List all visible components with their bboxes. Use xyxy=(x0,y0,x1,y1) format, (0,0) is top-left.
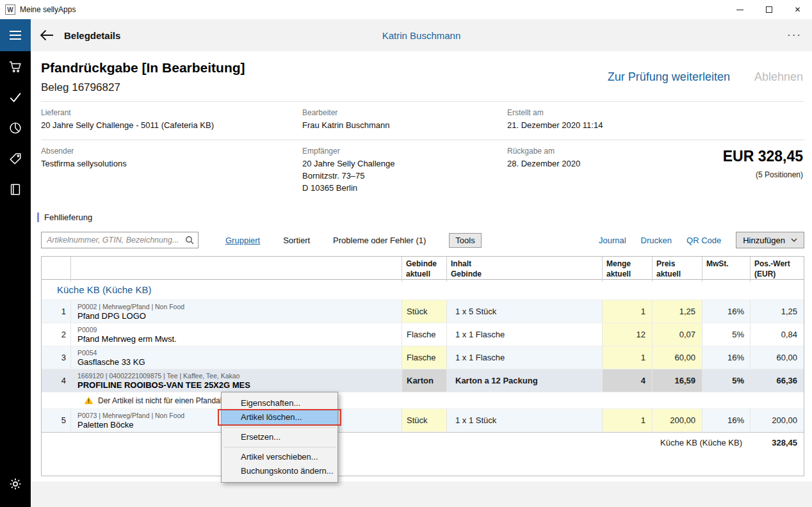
hamburger-menu-button[interactable] xyxy=(0,19,31,51)
inhalt-cell: 1 x 1 Flasche xyxy=(447,323,603,346)
total-amount: EUR 328,45 xyxy=(723,148,803,165)
group-footer-total: 328,45 xyxy=(751,433,804,453)
row-description: P0054 Gasflasche 33 KG xyxy=(71,346,402,369)
row-description: 1669120 | 04002221009875 | Tee | Kaffee,… xyxy=(71,369,402,392)
menge-cell[interactable]: 1 xyxy=(603,409,653,431)
maximize-icon xyxy=(766,6,772,13)
col-menge: Menge aktuell xyxy=(603,257,653,282)
field-empfaenger: Empfänger 20 Jahre Selly Challenge Borni… xyxy=(302,147,507,205)
tag-accent-bar xyxy=(37,213,39,222)
col-inhalt: Inhalt Gebinde xyxy=(447,257,603,282)
table-row-selected[interactable]: 4 1669120 | 04002221009875 | Tee | Kaffe… xyxy=(42,369,804,392)
menu-item-artikel-verschieben[interactable]: Artikel verschieben... xyxy=(222,450,337,464)
journal-link[interactable]: Journal xyxy=(599,236,626,245)
window-controls: ✕ xyxy=(726,0,812,19)
row-number: 1 xyxy=(42,300,71,323)
bottom-strip xyxy=(31,481,812,507)
sidebar-item-cart[interactable] xyxy=(0,51,31,82)
close-button[interactable]: ✕ xyxy=(783,0,812,19)
menu-separator xyxy=(223,427,336,428)
field-lieferant: Lieferant 20 Jahre Selly Challenge - 501… xyxy=(41,108,302,140)
menu-item-buchungskonto-aendern[interactable]: Buchungskonto ändern... xyxy=(222,464,337,478)
preis-cell[interactable]: 0,07 xyxy=(653,323,702,346)
search-box xyxy=(41,232,199,248)
pos-wert-cell: 66,36 xyxy=(751,369,804,392)
menge-cell[interactable]: 1 xyxy=(603,300,653,323)
preis-cell[interactable]: 60,00 xyxy=(653,346,702,369)
preis-cell[interactable]: 200,00 xyxy=(653,409,702,431)
context-menu: Eigenschaften... Artikel löschen... Erse… xyxy=(221,392,338,483)
menu-separator xyxy=(223,447,336,447)
pie-chart-icon xyxy=(8,121,22,135)
mwst-cell: 16% xyxy=(702,409,751,431)
inhalt-cell: 1 x 1 Stück xyxy=(447,409,603,431)
article-code: P0054 xyxy=(77,349,97,357)
col-mwst: MwSt. xyxy=(702,257,751,282)
menu-item-eigenschaften[interactable]: Eigenschaften... xyxy=(222,396,337,410)
app-logo-icon: W xyxy=(5,4,15,15)
menu-item-artikel-loeschen[interactable]: Artikel löschen... xyxy=(222,410,337,424)
reject-button[interactable]: Ablehnen xyxy=(754,70,803,84)
menge-cell[interactable]: 4 xyxy=(603,369,653,392)
group-header-row[interactable]: Küche KB (Küche KB) xyxy=(42,280,804,300)
problems-filter[interactable]: Probleme oder Fehler (1) xyxy=(333,236,426,245)
row-description: P0002 | Mehrweg/Pfand | Non Food Pfand D… xyxy=(71,300,402,323)
menge-cell[interactable]: 1 xyxy=(603,346,653,369)
chevron-down-icon xyxy=(791,238,797,242)
inhalt-cell: Karton a 12 Packung xyxy=(447,369,603,392)
gebinde-cell[interactable]: Flasche xyxy=(402,323,447,346)
minimize-button[interactable] xyxy=(726,0,754,19)
more-options-button[interactable]: ··· xyxy=(787,32,802,38)
col-pos-wert: Pos.-Wert (EUR) xyxy=(751,257,804,282)
search-input[interactable] xyxy=(41,232,199,248)
position-count: (5 Positionen) xyxy=(723,170,803,179)
table-row[interactable]: 2 P0009 Pfand Mehrweg erm Mwst. Flasche … xyxy=(42,323,804,346)
gebinde-cell[interactable]: Flasche xyxy=(402,346,447,369)
sidebar-item-settings[interactable] xyxy=(0,469,31,499)
field-absender: Absender Testfirma sellysolutions xyxy=(41,147,302,205)
back-button[interactable] xyxy=(40,29,54,41)
sidebar-item-journal[interactable] xyxy=(0,174,31,205)
grouped-toggle[interactable]: Gruppiert xyxy=(225,236,260,245)
warning-text: Der Artikel ist nicht für einen Pfandal xyxy=(98,396,222,405)
search-icon[interactable] xyxy=(185,236,194,247)
menge-cell[interactable]: 12 xyxy=(603,323,653,346)
app-window: W Meine sellyApps ✕ xyxy=(0,0,812,507)
table-row[interactable]: 5 P0073 | Mehrweg/Pfand | Non Food Palet… xyxy=(42,409,804,432)
gebinde-cell[interactable]: Karton xyxy=(402,369,447,392)
group-footer-label: Küche KB (Küche KB) xyxy=(42,433,751,453)
table-row[interactable]: 3 P0054 Gasflasche 33 KG Flasche 1 x 1 F… xyxy=(42,346,804,369)
article-name: Gasflasche 33 KG xyxy=(77,357,145,367)
article-name: Paletten Böcke xyxy=(77,420,133,430)
sorted-toggle[interactable]: Sortiert xyxy=(283,236,310,245)
pos-wert-cell: 0,84 xyxy=(751,323,804,346)
preis-cell[interactable]: 1,25 xyxy=(653,300,702,323)
field-erstellt-am: Erstellt am 21. Dezember 2020 11:14 xyxy=(507,108,804,140)
delivery-tag: Fehllieferung xyxy=(37,211,812,223)
inhalt-cell: 1 x 1 Flasche xyxy=(447,346,603,369)
main-area: Belegdetails Katrin Buschmann ··· Pfandr… xyxy=(31,19,812,507)
sidebar-item-statistics[interactable] xyxy=(0,113,31,143)
article-name: PROFILINE ROOIBOS-VAN TEE 25X2G MES xyxy=(77,380,250,390)
table-row[interactable]: 1 P0002 | Mehrweg/Pfand | Non Food Pfand… xyxy=(42,300,804,323)
row-number: 2 xyxy=(42,323,71,346)
preis-cell[interactable]: 16,59 xyxy=(653,369,702,392)
current-user[interactable]: Katrin Buschmann xyxy=(382,30,461,41)
gear-icon xyxy=(8,477,22,491)
sidebar-item-approvals[interactable] xyxy=(0,82,31,113)
print-link[interactable]: Drucken xyxy=(641,236,672,245)
gebinde-cell[interactable]: Stück xyxy=(402,409,447,431)
qr-code-link[interactable]: QR Code xyxy=(686,236,721,245)
cart-icon xyxy=(8,60,22,74)
sidebar-item-articles[interactable] xyxy=(0,143,31,174)
menu-item-ersetzen[interactable]: Ersetzen... xyxy=(222,430,337,444)
total-block: EUR 328,45 (5 Positionen) xyxy=(723,147,804,205)
field-rueckgabe-am: Rückgabe am 28. Dezember 2020 xyxy=(507,147,580,205)
gebinde-cell[interactable]: Stück xyxy=(402,300,447,323)
tools-button[interactable]: Tools xyxy=(449,233,481,248)
maximize-button[interactable] xyxy=(754,0,783,19)
forward-for-review-button[interactable]: Zur Prüfung weiterleiten xyxy=(608,70,730,84)
back-arrow-icon xyxy=(40,29,54,41)
article-name: Pfand DPG LOGO xyxy=(77,311,146,321)
add-button[interactable]: Hinzufügen xyxy=(736,232,804,248)
